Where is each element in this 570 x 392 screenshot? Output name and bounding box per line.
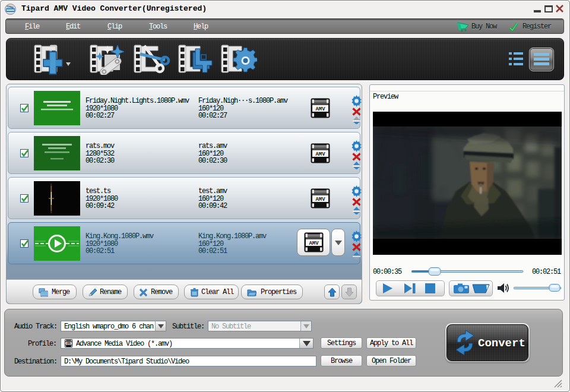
svg-text:AMV: AMV bbox=[315, 151, 325, 157]
svg-text:AMV: AMV bbox=[315, 106, 325, 112]
svg-text:AMV: AMV bbox=[309, 241, 319, 246]
svg-text:AMV: AMV bbox=[315, 197, 325, 203]
svg-text:AMV: AMV bbox=[66, 342, 71, 345]
